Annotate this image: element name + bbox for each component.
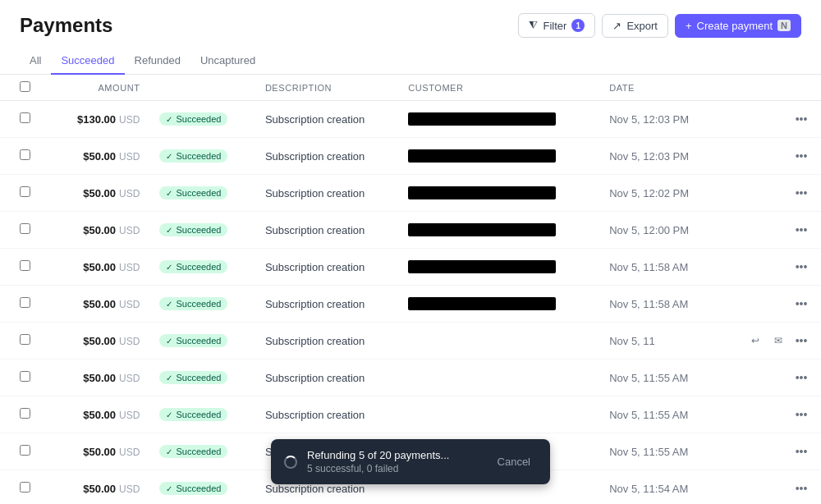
actions-cell: •••	[718, 433, 821, 470]
row-actions: ↩✉•••	[728, 331, 811, 351]
row-actions: •••	[728, 405, 811, 424]
row-checkbox[interactable]	[20, 186, 30, 197]
status-cell: ✓Succeeded	[149, 360, 255, 396]
amount-cell: $130.00USD	[40, 101, 149, 138]
check-icon: ✓	[166, 115, 172, 124]
actions-cell: •••	[718, 396, 821, 433]
row-checkbox[interactable]	[20, 445, 30, 456]
actions-cell: •••	[718, 101, 821, 138]
amount-header: AMOUNT	[40, 75, 149, 101]
table-row: $50.00USD✓SucceededSubscription creation…	[0, 323, 821, 360]
create-payment-button[interactable]: + Create payment N	[675, 14, 801, 38]
row-actions: •••	[728, 220, 811, 240]
row-checkbox[interactable]	[20, 334, 30, 345]
check-icon: ✓	[166, 484, 172, 493]
refund-icon[interactable]: ↩	[745, 331, 765, 351]
more-button[interactable]: •••	[791, 479, 811, 498]
description-cell: Subscription creation	[255, 212, 398, 249]
select-all-checkbox[interactable]	[20, 81, 30, 92]
tab-succeeded[interactable]: Succeeded	[51, 48, 124, 75]
customer-cell	[398, 396, 599, 433]
customer-cell	[398, 101, 599, 138]
tab-refunded[interactable]: Refunded	[125, 48, 190, 75]
create-label: Create payment	[697, 20, 773, 32]
filter-count: 1	[571, 19, 585, 32]
row-checkbox-cell	[0, 323, 40, 360]
row-checkbox-cell	[0, 175, 40, 212]
filter-button[interactable]: ⧨ Filter 1	[518, 13, 595, 38]
amount-cell: $50.00USD	[40, 396, 149, 433]
tab-uncaptured[interactable]: Uncaptured	[190, 48, 265, 75]
actions-cell: •••	[718, 286, 821, 323]
customer-cell	[398, 175, 599, 212]
description-cell: Subscription creation	[255, 396, 398, 433]
date-cell: Nov 5, 11:58 AM	[599, 249, 718, 286]
status-cell: ✓Succeeded	[149, 286, 255, 323]
row-checkbox[interactable]	[20, 223, 30, 234]
status-badge: ✓Succeeded	[159, 260, 227, 273]
page-title: Payments	[20, 14, 112, 37]
status-badge: ✓Succeeded	[159, 186, 227, 199]
status-badge: ✓Succeeded	[159, 334, 227, 347]
description-cell: Subscription creation	[255, 323, 398, 360]
more-button[interactable]: •••	[791, 109, 811, 129]
more-button[interactable]: •••	[791, 183, 811, 203]
date-cell: Nov 5, 11:55 AM	[599, 396, 718, 433]
customer-header: CUSTOMER	[398, 75, 599, 101]
row-checkbox-cell	[0, 249, 40, 286]
table-row: $130.00USD✓SucceededSubscription creatio…	[0, 101, 821, 138]
status-badge: ✓Succeeded	[159, 297, 227, 310]
table-row: $50.00USD✓SucceededSubscription creation…	[0, 175, 821, 212]
description-cell: Subscription creation	[255, 286, 398, 323]
amount-cell: $50.00USD	[40, 360, 149, 396]
actions-header	[718, 75, 821, 101]
toast-notification: Refunding 5 of 20 payments... 5 successf…	[271, 439, 550, 484]
email-icon[interactable]: ✉	[768, 331, 788, 351]
tab-all[interactable]: All	[20, 48, 51, 75]
more-button[interactable]: •••	[791, 368, 811, 387]
row-checkbox[interactable]	[20, 112, 30, 123]
check-icon: ✓	[166, 337, 172, 346]
more-button[interactable]: •••	[791, 442, 811, 461]
description-cell: Subscription creation	[255, 175, 398, 212]
description-cell: Subscription creation	[255, 101, 398, 138]
row-checkbox[interactable]	[20, 149, 30, 160]
row-checkbox[interactable]	[20, 371, 30, 382]
more-button[interactable]: •••	[791, 146, 811, 166]
row-checkbox[interactable]	[20, 260, 30, 271]
more-button[interactable]: •••	[791, 405, 811, 424]
row-checkbox[interactable]	[20, 408, 30, 419]
table-row: $50.00USD✓SucceededSubscription creation…	[0, 360, 821, 396]
row-checkbox[interactable]	[20, 297, 30, 308]
customer-cell	[398, 249, 599, 286]
status-badge: ✓Succeeded	[159, 408, 227, 421]
status-cell: ✓Succeeded	[149, 175, 255, 212]
date-cell: Nov 5, 11	[599, 323, 718, 360]
row-checkbox-cell	[0, 470, 40, 505]
status-cell: ✓Succeeded	[149, 323, 255, 360]
actions-cell: •••	[718, 175, 821, 212]
date-cell: Nov 5, 11:55 AM	[599, 433, 718, 470]
check-icon: ✓	[166, 447, 172, 456]
more-button[interactable]: •••	[791, 257, 811, 277]
date-cell: Nov 5, 12:02 PM	[599, 175, 718, 212]
tabs-bar: All Succeeded Refunded Uncaptured	[0, 38, 821, 75]
date-cell: Nov 5, 11:55 AM	[599, 360, 718, 396]
date-cell: Nov 5, 11:54 AM	[599, 470, 718, 505]
status-cell: ✓Succeeded	[149, 101, 255, 138]
more-button[interactable]: •••	[791, 220, 811, 240]
filter-icon: ⧨	[529, 19, 538, 32]
amount-cell: $50.00USD	[40, 470, 149, 505]
filter-label: Filter	[543, 20, 566, 32]
amount-cell: $50.00USD	[40, 138, 149, 175]
check-icon: ✓	[166, 373, 172, 383]
more-button[interactable]: •••	[791, 331, 811, 351]
row-actions: •••	[728, 146, 811, 166]
more-button[interactable]: •••	[791, 294, 811, 314]
check-icon: ✓	[166, 226, 172, 235]
export-button[interactable]: ↗ Export	[602, 14, 668, 38]
table-row: $50.00USD✓SucceededSubscription creation…	[0, 249, 821, 286]
row-checkbox[interactable]	[20, 482, 30, 493]
table-row: $50.00USD✓SucceededSubscription creation…	[0, 212, 821, 249]
toast-cancel-button[interactable]: Cancel	[491, 452, 537, 471]
